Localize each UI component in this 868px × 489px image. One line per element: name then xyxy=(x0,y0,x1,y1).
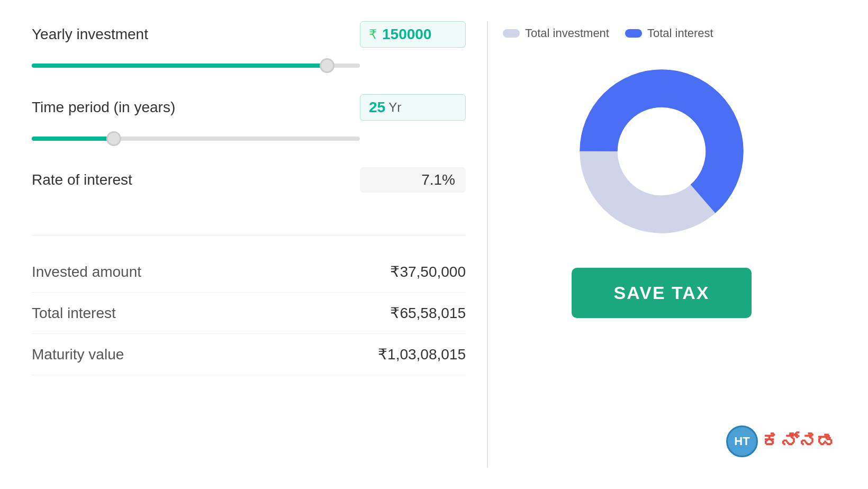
rate-of-interest-box: 7.1% xyxy=(360,167,466,193)
total-interest-value: ₹65,58,015 xyxy=(390,304,466,322)
yearly-investment-value: 150000 xyxy=(382,26,431,43)
time-period-label: Time period (in years) xyxy=(32,99,360,116)
time-period-unit: Yr xyxy=(388,100,401,115)
yearly-investment-row: Yearly investment ₹ 150000 xyxy=(32,21,466,48)
time-period-row: Time period (in years) 25 Yr xyxy=(32,94,466,121)
chart-legend: Total investment Total interest xyxy=(487,26,713,40)
time-period-value: 25 xyxy=(369,99,385,116)
time-period-slider-thumb[interactable] xyxy=(106,131,121,146)
rate-of-interest-value: 7.1% xyxy=(421,171,455,188)
maturity-value-label: Maturity value xyxy=(32,346,378,363)
ht-logo-circle-text: HT xyxy=(734,434,749,448)
vertical-divider xyxy=(487,21,488,468)
total-interest-row: Total interest ₹65,58,015 xyxy=(32,293,466,334)
legend-dot-investment xyxy=(503,29,520,38)
yearly-investment-slider-fill xyxy=(32,64,327,68)
rate-of-interest-label: Rate of interest xyxy=(32,171,360,188)
legend-label-investment: Total investment xyxy=(525,26,609,40)
yearly-investment-input-box[interactable]: ₹ 150000 xyxy=(360,21,466,48)
yearly-investment-slider-track[interactable] xyxy=(32,64,360,68)
yearly-investment-rupee: ₹ xyxy=(369,27,377,42)
invested-amount-label: Invested amount xyxy=(32,264,390,280)
maturity-value-row: Maturity value ₹1,03,08,015 xyxy=(32,334,466,375)
time-period-slider-track[interactable] xyxy=(32,137,360,141)
time-period-input-box[interactable]: 25 Yr xyxy=(360,94,466,121)
ht-logo-kannada-text: ಕನ್ನಡ xyxy=(761,430,836,452)
ht-logo-circle: HT xyxy=(726,425,758,457)
yearly-investment-slider-thumb[interactable] xyxy=(320,58,334,73)
right-panel: Total investment Total interest xyxy=(487,21,836,468)
total-interest-label: Total interest xyxy=(32,305,390,322)
invested-amount-value: ₹37,50,000 xyxy=(390,263,466,280)
legend-item-interest: Total interest xyxy=(625,26,713,40)
legend-dot-interest xyxy=(625,29,642,38)
legend-item-investment: Total investment xyxy=(503,26,609,40)
maturity-value-value: ₹1,03,08,015 xyxy=(378,346,466,363)
time-period-slider-fill xyxy=(32,137,114,141)
invested-amount-row: Invested amount ₹37,50,000 xyxy=(32,251,466,293)
left-panel: Yearly investment ₹ 150000 Time period (… xyxy=(32,21,487,468)
yearly-investment-label: Yearly investment xyxy=(32,26,360,43)
ht-kannada-logo: HT ಕನ್ನಡ xyxy=(726,425,836,457)
donut-chart-svg xyxy=(572,61,752,241)
rate-of-interest-row: Rate of interest 7.1% xyxy=(32,167,466,193)
yearly-investment-slider-container xyxy=(32,64,466,68)
donut-chart xyxy=(572,61,752,241)
donut-center xyxy=(620,110,703,193)
results-section: Invested amount ₹37,50,000 Total interes… xyxy=(32,235,466,375)
save-tax-button[interactable]: SAVE TAX xyxy=(572,268,752,318)
time-period-slider-container xyxy=(32,137,466,141)
legend-label-interest: Total interest xyxy=(647,26,713,40)
